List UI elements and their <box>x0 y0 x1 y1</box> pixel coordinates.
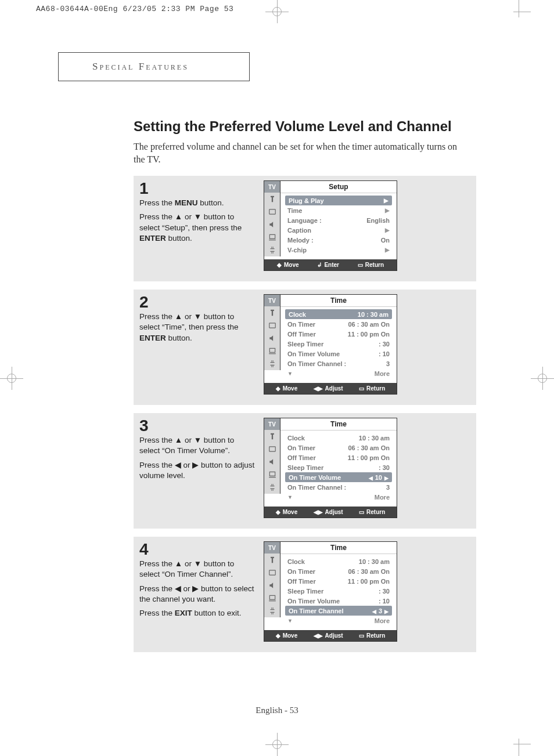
osd-tab-picture-icon <box>264 443 280 455</box>
crop-mark <box>519 739 519 756</box>
arrow-left-icon <box>372 607 376 614</box>
osd-row-value: 3 <box>372 607 388 614</box>
osd-tab-channel-icon <box>264 468 280 481</box>
arrow-right-icon: ▶ <box>385 207 390 214</box>
step-instructions: 1Press the MENU button.Press the ▲ or ▼ … <box>139 180 256 271</box>
osd-row-more: More <box>285 368 392 378</box>
osd-row-label: On Timer Volume <box>287 598 340 605</box>
step-paragraph: Press the MENU button. <box>139 198 256 208</box>
intro-paragraph: The preferred volume and channel can be … <box>134 140 470 165</box>
hint-label: Return <box>366 385 385 392</box>
osd-row-value: ▶ <box>383 207 390 214</box>
osd-tab-sound-icon <box>264 332 280 345</box>
osd-footer-hint: ◀▶Adjust <box>314 385 343 392</box>
osd-row-label: On Timer <box>287 321 315 328</box>
osd-row-label: More <box>375 494 390 501</box>
osd-row-label: More <box>375 370 390 377</box>
hint-icon: ◀▶ <box>314 509 323 515</box>
step-paragraph: Press the EXIT button to exit. <box>139 608 256 618</box>
osd-menu-row: On Timer Volume: 10 <box>285 349 392 359</box>
osd-row-label: On Timer <box>287 444 315 451</box>
osd-row-more: More <box>285 492 392 502</box>
osd-tab-picture-icon <box>264 205 280 218</box>
osd-row-value: ▶ <box>382 197 388 204</box>
osd-menu-row: On Timer Volume10 <box>285 472 392 482</box>
osd-footer: ◆Move◀▶Adjust▭Return <box>264 507 397 518</box>
osd-menu-row: On Timer Channel :3 <box>285 359 392 368</box>
step-paragraph: Press the ▲ or ▼ button to select “Time”… <box>139 312 256 343</box>
hint-label: Move <box>283 509 298 515</box>
osd-row-label: On Timer Channel : <box>287 360 346 367</box>
osd-tab-input-icon <box>264 193 280 205</box>
osd-tab-tv: TV <box>264 418 280 430</box>
osd-row-value: 06 : 30 am On <box>348 444 390 451</box>
svg-rect-2 <box>269 447 275 451</box>
osd-row-label: V-chip <box>287 247 307 254</box>
step-instructions: 3Press the ▲ or ▼ button to select “On T… <box>139 418 256 518</box>
osd-row-value: 10 : 30 am <box>358 311 388 318</box>
osd-row-label: Clock <box>289 311 306 318</box>
osd-row-value: ▶ <box>383 247 390 253</box>
osd-menu-row: On Timer06 : 30 am On <box>285 566 392 576</box>
step-paragraph: Press the ◀ or ▶ button to select the ch… <box>139 584 256 605</box>
osd-menu-row: Off Timer11 : 00 pm On <box>285 576 392 586</box>
osd-footer-hint: ▭Return <box>359 509 385 515</box>
crop-mark <box>513 12 531 12</box>
osd-footer: ◆Move◀▶Adjust▭Return <box>264 383 397 394</box>
hint-icon: ◆ <box>276 632 280 639</box>
osd-menu-row: On Timer06 : 30 am On <box>285 319 392 329</box>
osd-tab-sound-icon <box>264 218 280 231</box>
step-paragraph: Press the ▲ or ▼ button to select “On Ti… <box>139 435 256 456</box>
osd-title: Setup <box>280 181 397 193</box>
arrow-left-icon <box>369 474 373 481</box>
svg-rect-3 <box>269 570 275 575</box>
osd-footer-hint: ◀▶Adjust <box>314 509 343 515</box>
osd-row-label: Off Timer <box>287 454 316 461</box>
osd-row-value: : 10 <box>379 598 390 605</box>
osd-row-label: On Timer Channel : <box>287 484 346 491</box>
osd-row-value: : 30 <box>379 341 390 348</box>
hint-icon: ◀▶ <box>314 385 323 392</box>
osd-screenshot: TVTimeClock10 : 30 amOn Timer06 : 30 am … <box>264 294 397 395</box>
step-instructions: 4Press the ▲ or ▼ button to select “On T… <box>139 541 256 642</box>
osd-menu-row: Off Timer11 : 00 pm On <box>285 453 392 462</box>
page-footer: English - 53 <box>0 706 554 715</box>
osd-menu-row: Time▶ <box>285 205 392 215</box>
osd-tab-input-icon <box>264 554 280 566</box>
step-number: 2 <box>139 294 256 310</box>
registration-mark-left <box>0 367 23 390</box>
osd-tab-setup-icon <box>264 481 280 494</box>
osd-row-label: Language : <box>287 217 322 224</box>
osd-tab-sound-icon <box>264 455 280 468</box>
chapter-heading-box: Special Features <box>58 52 250 81</box>
osd-menu-row: V-chip▶ <box>285 245 392 255</box>
hint-icon: ▭ <box>358 262 363 268</box>
osd-row-value: 11 : 00 pm On <box>348 331 390 338</box>
osd-row-more: More <box>285 616 392 625</box>
steps-container: 1Press the MENU button.Press the ▲ or ▼ … <box>134 176 476 652</box>
osd-tab-tv: TV <box>264 542 280 554</box>
osd-menu-row: Off Timer11 : 00 pm On <box>285 329 392 339</box>
osd-tab-setup-icon <box>264 605 280 617</box>
hint-label: Return <box>366 509 385 515</box>
osd-row-label: Sleep Timer <box>287 588 323 595</box>
osd-row-label: On Timer Volume <box>289 474 341 481</box>
osd-menu-row: Plug & Play▶ <box>285 196 392 205</box>
osd-row-value: 11 : 00 pm On <box>348 454 390 461</box>
hint-icon: ↲ <box>317 262 322 268</box>
osd-footer: ◆Move↲Enter▭Return <box>264 259 397 270</box>
osd-row-value: ▶ <box>383 227 390 233</box>
osd-row-value: 10 <box>369 474 388 481</box>
svg-rect-1 <box>269 323 275 328</box>
step-number: 3 <box>139 418 256 434</box>
osd-row-value: 10 : 30 am <box>359 558 390 565</box>
osd-tab-input-icon <box>264 306 280 319</box>
hint-icon: ▭ <box>359 632 364 639</box>
step-instructions: 2Press the ▲ or ▼ button to select “Time… <box>139 294 256 395</box>
osd-footer-hint: ▭Return <box>359 632 385 639</box>
osd-row-value: : 30 <box>379 464 390 471</box>
hint-icon: ▭ <box>359 385 364 392</box>
osd-row-value: 10 : 30 am <box>359 435 390 442</box>
osd-row-value: 06 : 30 am On <box>348 321 390 328</box>
osd-tab-sound-icon <box>264 579 280 592</box>
